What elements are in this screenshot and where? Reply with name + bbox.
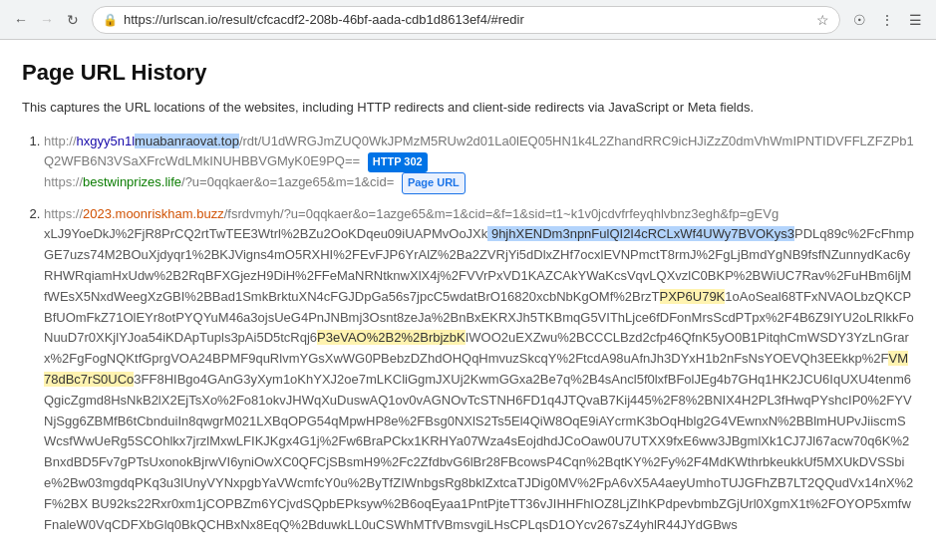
url-path-2-start: /fsrdvmyh/?u=0qqkaer&o=1azge65&m=1&cid=&… (224, 206, 779, 221)
url-line-1: http://hxgyy5n1lmuabanraovat.top/rdt/U1d… (44, 132, 914, 173)
page-url-badge: Page URL (402, 172, 466, 194)
browser-toolbar: ← → ↻ 🔒 ☆ ☉ ⋮ ☰ (0, 0, 936, 40)
list-item: http://hxgyy5n1lmuabanraovat.top/rdt/U1d… (44, 132, 914, 194)
shield-icon[interactable]: ☉ (848, 9, 870, 31)
page-content: Page URL History This captures the URL l… (0, 40, 936, 560)
url-host-highlight-1: muabanraovat.top (135, 134, 239, 148)
url-host-pre-1: hxgyy5n1l (77, 134, 136, 148)
browser-actions: ☉ ⋮ ☰ (848, 9, 926, 31)
url-scheme-1b: https:// (44, 174, 83, 189)
bookmark-icon[interactable]: ☆ (816, 12, 829, 28)
url-host-2: 2023.moonriskham.buzz (83, 206, 224, 221)
url-host-1b: bestwinprizes.life (83, 174, 181, 189)
refresh-button[interactable]: ↻ (62, 9, 84, 31)
address-bar[interactable]: 🔒 ☆ (92, 6, 840, 34)
back-button[interactable]: ← (10, 9, 32, 31)
url-text-block-2: xLJ9YoeDkJ%2FjR8PrCQ2rtTwTEE3Wtrl%2BZu2O… (44, 224, 914, 535)
forward-button[interactable]: → (36, 9, 58, 31)
url-chunk-1: xLJ9YoeDkJ%2FjR8PrCQ2rtTwTEE3Wtrl%2BZu2O… (44, 226, 487, 241)
list-item-2: https://2023.moonriskham.buzz/fsrdvmyh/?… (44, 204, 914, 536)
url-input[interactable] (124, 12, 810, 27)
url-path-1b: /?u=0qqkaer&o=1azge65&m=1&cid= (181, 174, 394, 189)
url-chunk-highlight-1: 9hjhXENDm3npnFulQI2I4cRCLxWf4UWy7BVOKys3 (487, 226, 794, 241)
page-title: Page URL History (22, 60, 914, 86)
http-badge-1: HTTP 302 (368, 152, 428, 172)
more-tools-icon[interactable]: ⋮ (876, 9, 898, 31)
nav-buttons: ← → ↻ (10, 9, 84, 31)
url-history-list: http://hxgyy5n1lmuabanraovat.top/rdt/U1d… (22, 132, 914, 536)
url-chunk-highlight-2: PXP6U79K (660, 289, 726, 304)
menu-icon[interactable]: ☰ (904, 9, 926, 31)
url-line-1b: https://bestwinprizes.life/?u=0qqkaer&o=… (44, 172, 914, 194)
url-line-2-header: https://2023.moonriskham.buzz/fsrdvmyh/?… (44, 204, 914, 225)
url-chunk-highlight-3: P3eVAO%2B2%2BrbjzbK (317, 330, 466, 345)
security-icon: 🔒 (103, 13, 118, 27)
url-scheme-2: https:// (44, 206, 83, 221)
url-chunk-5: 3FF8HIBgo4GAnG3yXym1oKhYXJ2oe7mLKCliGgmJ… (44, 372, 913, 532)
page-description: This captures the URL locations of the w… (22, 98, 914, 118)
url-scheme-1: http:// (44, 134, 77, 148)
